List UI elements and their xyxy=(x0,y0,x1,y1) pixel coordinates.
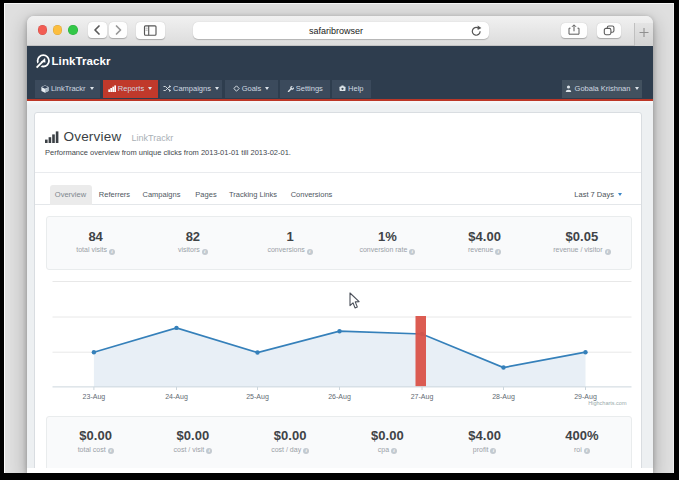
svg-text:27-Aug: 27-Aug xyxy=(410,393,433,401)
svg-text:Highcharts.com: Highcharts.com xyxy=(588,400,627,406)
svg-text:26-Aug: 26-Aug xyxy=(328,393,351,401)
svg-text:25-Aug: 25-Aug xyxy=(246,393,269,401)
svg-text:28-Aug: 28-Aug xyxy=(492,393,515,401)
svg-text:24-Aug: 24-Aug xyxy=(165,393,188,401)
svg-text:23-Aug: 23-Aug xyxy=(82,393,105,401)
